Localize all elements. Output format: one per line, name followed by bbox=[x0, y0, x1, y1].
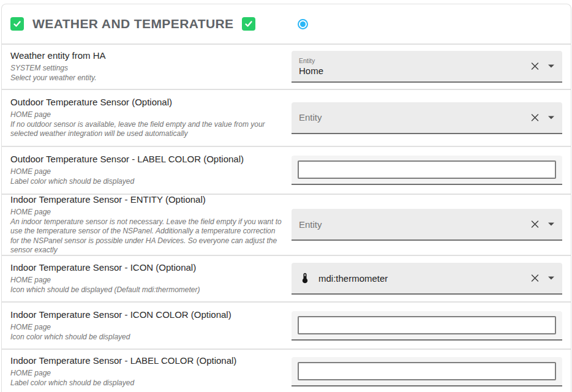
color-text-input[interactable] bbox=[298, 160, 556, 179]
select-placeholder: Entity bbox=[299, 112, 322, 123]
chevron-down-icon[interactable] bbox=[548, 277, 554, 280]
setting-field-column: Entity bbox=[292, 102, 562, 134]
settings-row: Weather entity from HA SYSTEM settings S… bbox=[2, 43, 571, 89]
settings-row: Outdoor Temperature Sensor - LABEL COLOR… bbox=[2, 146, 571, 194]
color-input-container bbox=[292, 156, 562, 185]
settings-row: Indoor Temperature Sensor - ENTITY (Opti… bbox=[2, 194, 571, 255]
color-text-input[interactable] bbox=[298, 362, 556, 380]
setting-description: Label color which should be displayed bbox=[10, 177, 284, 187]
entity-select[interactable]: Entity Home bbox=[292, 51, 562, 83]
chevron-down-icon[interactable] bbox=[548, 116, 554, 119]
setting-description: An indoor temperature sensor is not nece… bbox=[10, 217, 284, 255]
clear-x-icon[interactable] bbox=[530, 220, 540, 229]
setting-field-column: mdi:thermometer bbox=[292, 263, 562, 295]
checkmark-icon bbox=[13, 20, 21, 28]
setting-title: Weather entity from HA bbox=[10, 50, 284, 61]
setting-description: Label color which should be displayed bbox=[10, 379, 284, 388]
select-controls bbox=[530, 220, 554, 229]
checkmark-icon bbox=[244, 20, 253, 28]
select-floating-label: Entity bbox=[299, 57, 323, 64]
setting-field-column: Entity bbox=[292, 209, 562, 241]
setting-text-block: Indoor Temperature Sensor - ICON (Option… bbox=[2, 262, 292, 295]
chevron-down-icon[interactable] bbox=[548, 223, 554, 226]
thermometer-icon bbox=[299, 272, 311, 284]
icon-select[interactable]: mdi:thermometer bbox=[292, 263, 562, 295]
select-controls bbox=[530, 62, 554, 71]
select-controls bbox=[530, 274, 554, 283]
section-title: WEATHER AND TEMPERATURE bbox=[32, 17, 233, 31]
setting-text-block: Indoor Temperature Sensor - LABEL COLOR … bbox=[2, 355, 292, 388]
setting-context: HOME page bbox=[10, 110, 284, 120]
select-value: Home bbox=[299, 66, 323, 76]
setting-field-column bbox=[292, 357, 562, 386]
section-radio-button[interactable] bbox=[298, 19, 308, 29]
setting-context: HOME page bbox=[10, 323, 284, 333]
section-header: WEATHER AND TEMPERATURE bbox=[2, 4, 571, 43]
color-input-container bbox=[292, 357, 562, 386]
setting-description: Select your weather entity. bbox=[10, 74, 284, 83]
setting-field-column bbox=[292, 311, 562, 341]
setting-description: Icon color which should be displayed bbox=[10, 333, 284, 342]
settings-row: Outdoor Temperature Sensor (Optional) HO… bbox=[2, 89, 571, 146]
setting-title: Indoor Temperature Sensor - ICON COLOR (… bbox=[10, 309, 284, 320]
color-text-input[interactable] bbox=[298, 316, 556, 334]
settings-row: Indoor Temperature Sensor - LABEL COLOR … bbox=[2, 349, 571, 392]
settings-card: WEATHER AND TEMPERATURE Weather entity f… bbox=[1, 4, 571, 392]
setting-title: Outdoor Temperature Sensor (Optional) bbox=[10, 97, 284, 107]
setting-text-block: Indoor Temperature Sensor - ICON COLOR (… bbox=[2, 309, 292, 342]
setting-description: If no outdoor sensor is available, leave… bbox=[10, 120, 284, 139]
setting-context: HOME page bbox=[10, 276, 284, 285]
setting-field-column: Entity Home bbox=[292, 51, 562, 83]
clear-x-icon[interactable] bbox=[530, 62, 540, 71]
section-enabled-checkbox[interactable] bbox=[10, 17, 24, 31]
setting-context: HOME page bbox=[10, 167, 284, 177]
setting-title: Outdoor Temperature Sensor - LABEL COLOR… bbox=[10, 154, 284, 164]
setting-context: SYSTEM settings bbox=[10, 64, 284, 74]
select-controls bbox=[530, 113, 554, 122]
select-inner: Entity Home bbox=[299, 57, 323, 76]
setting-text-block: Indoor Temperature Sensor - ENTITY (Opti… bbox=[2, 194, 292, 255]
settings-row: Indoor Temperature Sensor - ICON (Option… bbox=[2, 255, 571, 301]
setting-context: HOME page bbox=[10, 208, 284, 217]
entity-select[interactable]: Entity bbox=[292, 209, 562, 241]
setting-description: Icon which should be displayed (Default … bbox=[10, 285, 284, 295]
setting-text-block: Weather entity from HA SYSTEM settings S… bbox=[2, 50, 292, 83]
section-secondary-checkbox[interactable] bbox=[242, 17, 255, 31]
setting-text-block: Outdoor Temperature Sensor - LABEL COLOR… bbox=[2, 154, 292, 186]
radio-dot bbox=[300, 21, 306, 27]
setting-field-column bbox=[292, 156, 562, 185]
settings-row: Indoor Temperature Sensor - ICON COLOR (… bbox=[2, 301, 571, 349]
setting-title: Indoor Temperature Sensor - ENTITY (Opti… bbox=[10, 194, 284, 205]
entity-select[interactable]: Entity bbox=[292, 102, 562, 134]
clear-x-icon[interactable] bbox=[530, 274, 540, 283]
setting-text-block: Outdoor Temperature Sensor (Optional) HO… bbox=[2, 97, 292, 139]
rows: Weather entity from HA SYSTEM settings S… bbox=[2, 43, 571, 392]
setting-title: Indoor Temperature Sensor - ICON (Option… bbox=[10, 262, 284, 273]
select-value: mdi:thermometer bbox=[318, 273, 388, 284]
setting-context: HOME page bbox=[10, 369, 284, 379]
section-header-left: WEATHER AND TEMPERATURE bbox=[2, 17, 292, 31]
clear-x-icon[interactable] bbox=[530, 113, 540, 122]
color-input-container bbox=[292, 311, 562, 341]
select-placeholder: Entity bbox=[299, 219, 322, 230]
chevron-down-icon[interactable] bbox=[548, 65, 554, 68]
header-field-column bbox=[292, 18, 562, 29]
setting-title: Indoor Temperature Sensor - LABEL COLOR … bbox=[10, 355, 284, 366]
